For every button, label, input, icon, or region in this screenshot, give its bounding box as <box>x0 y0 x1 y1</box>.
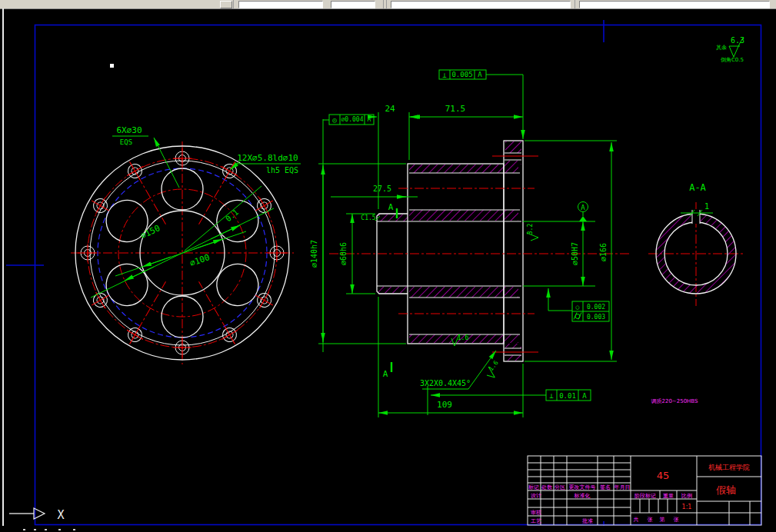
tb-material: 45 <box>657 470 670 481</box>
fcf-tol: ∅0.004 <box>341 116 364 123</box>
tb-label-count: 处数 <box>541 484 553 490</box>
tb-label-review: 审核 <box>531 510 541 516</box>
cad-application-window: 其余 6.3 倒角C0.5 <box>0 0 776 532</box>
aa-title: A-A <box>689 182 706 193</box>
flange-outline <box>504 141 523 361</box>
aa-section-view: A-A 1 <box>648 182 744 306</box>
section-a-bottom-label: A <box>383 369 388 379</box>
holes-big-label: 6X∅30 <box>116 125 142 135</box>
dim-dia50: ∅50H7 A <box>523 202 595 287</box>
tb-scale-value: 1:1 <box>682 504 692 510</box>
roughness-icon: 3.2 <box>527 224 538 241</box>
tb-label-process: 工艺 <box>531 518 541 524</box>
section-a-top-label: A <box>388 202 394 212</box>
fcf-tol: 0.005 <box>451 71 472 78</box>
dia50-label: ∅50H7 <box>571 242 579 265</box>
datum-a: A <box>578 202 588 222</box>
hardness-note: 调质220~250HBS <box>651 398 699 404</box>
dia60-label: ∅60h6 <box>339 242 348 265</box>
dim109-label: 109 <box>437 400 452 410</box>
front-view: 6X∅30 EQS 12X∅5.8ld∅10 lh5 EQS ∅150 <box>71 125 301 364</box>
command-text-fragment <box>23 529 25 530</box>
holes-small-label: 12X∅5.8ld∅10 <box>237 153 298 163</box>
dim-71-5: 71.5 <box>409 104 523 117</box>
dia150-label: ∅150 <box>139 223 162 241</box>
fcf-concentricity: ◎ ∅0.004 A <box>323 115 374 125</box>
tb-label-date: 年月日 <box>614 484 631 490</box>
dia166-label: ∅166 <box>599 243 608 261</box>
fcf-tol: 0.01 <box>559 392 576 400</box>
tb-label-scale: 比例 <box>681 493 692 499</box>
dim715-label: 71.5 <box>445 104 466 114</box>
drawing-canvas[interactable]: 其余 6.3 倒角C0.5 <box>0 0 776 532</box>
datum-a-label: A <box>581 204 585 211</box>
tb-label-weight: 重量 <box>663 493 674 499</box>
tb-label-page: 第 <box>660 517 665 523</box>
holes-small-sub-label: lh5 EQS <box>266 166 298 175</box>
tb-label-sheet-b: 张 <box>674 517 679 523</box>
tb-label-change-doc: 更改文件号 <box>569 484 596 490</box>
tb-label-standardization: 标准化 <box>574 493 591 499</box>
dim-109: 109 <box>378 297 523 417</box>
tb-label-sheet-a: 张 <box>648 517 653 523</box>
rough-value-label: 6.3 <box>731 36 744 45</box>
perp-icon: ⊥ <box>549 392 554 400</box>
fcf-tol: 0.002 <box>587 304 605 311</box>
dim-dia100: ∅100 <box>115 231 246 276</box>
concentricity-icon: ◎ <box>332 116 337 124</box>
command-text-fragment <box>34 529 36 530</box>
tb-label-mark: 标记 <box>528 484 539 490</box>
cylindricity-icon <box>574 313 581 320</box>
chamfer-note-label: 倒角C0.5 <box>721 57 744 63</box>
rough16b-label: 1.6 <box>488 359 500 372</box>
tb-label-total: 共 <box>634 517 639 523</box>
dim275-label: 27.5 <box>373 185 391 193</box>
tb-label-sign: 签名 <box>600 484 611 490</box>
fcf-datum: A <box>368 116 371 123</box>
fcf-datum: A <box>582 392 587 400</box>
fcf-datum: A <box>478 71 482 78</box>
keyway-note: 3X2X0.4X45° <box>420 351 496 389</box>
dia140-label: ∅140h7 <box>310 240 318 268</box>
drawing-frame <box>6 20 761 532</box>
command-line-strip[interactable] <box>0 526 776 532</box>
ucs-icon: X <box>9 508 65 522</box>
circularity-icon: ○ <box>576 304 580 311</box>
fcf-circularity-cylindricity: ○ 0.002 0.003 <box>548 288 609 321</box>
dim24-label: 24 <box>385 104 395 114</box>
command-text-fragment <box>73 529 75 530</box>
roughness-icon: 1.6 <box>484 359 504 380</box>
perp-icon: ⊥ <box>442 71 447 79</box>
fcf-tol: 0.003 <box>587 314 605 321</box>
section-view: 24 71.5 ⊥ 0.005 A ◎ <box>310 70 629 417</box>
tb-label-zone: 分区 <box>554 484 565 490</box>
dim-dia140: ∅140h7 <box>310 119 406 352</box>
slot-width-label: 1 <box>704 202 709 211</box>
title-block: 标记 处数 分区 更改文件号 签名 年月日 设计 标准化 审核 工艺 批准 阶段… <box>528 456 761 525</box>
tb-label-design: 设计 <box>531 493 541 499</box>
tb-school: 机械工程学院 <box>708 464 750 471</box>
dia100-label: ∅100 <box>188 252 211 268</box>
leader-6x30: 6X∅30 EQS <box>112 125 179 188</box>
ucs-x-axis-label: X <box>57 508 64 522</box>
tb-part-name: 假轴 <box>716 484 736 496</box>
general-roughness-note: 其余 6.3 倒角C0.5 <box>716 36 744 63</box>
tb-label-approve: 批准 <box>582 518 593 524</box>
dim-27-5: 27.5 <box>331 185 418 197</box>
command-text-fragment <box>45 529 47 530</box>
tb-label-stage: 阶段标记 <box>634 493 656 499</box>
grip-point <box>110 64 114 68</box>
leader-12x58: 12X∅5.8ld∅10 lh5 EQS <box>230 153 301 175</box>
rough16a-label: 1.6 <box>458 334 469 341</box>
holes-big-sub-label: EQS <box>120 138 132 146</box>
dim-24: 24 <box>368 104 420 209</box>
rough32-label: 3.2 <box>527 224 534 235</box>
command-text-fragment <box>58 529 61 530</box>
chamfer-label: C1.5 <box>361 214 375 221</box>
rough-prefix-label: 其余 <box>716 45 727 51</box>
